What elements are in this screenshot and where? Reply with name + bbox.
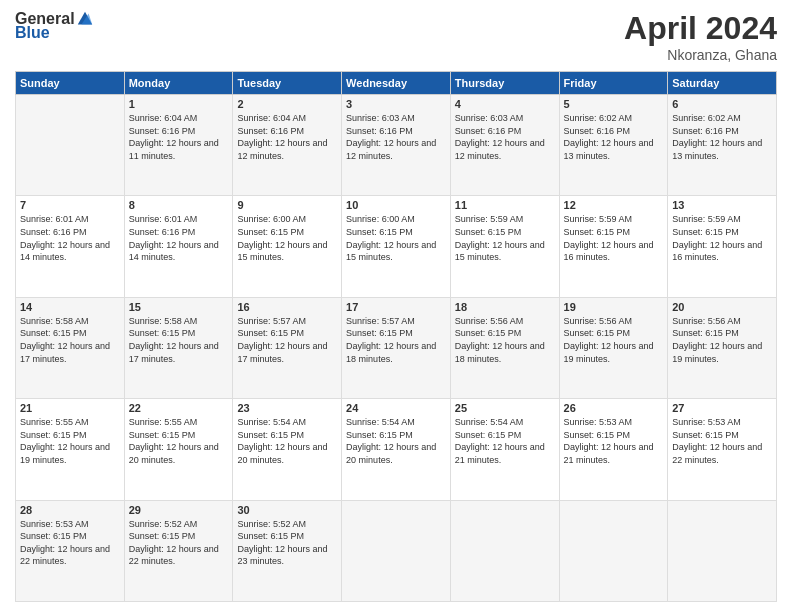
day-info: Sunrise: 6:00 AMSunset: 6:15 PMDaylight:… <box>346 213 446 263</box>
day-number: 27 <box>672 402 772 414</box>
calendar-table: SundayMondayTuesdayWednesdayThursdayFrid… <box>15 71 777 602</box>
calendar-cell: 6Sunrise: 6:02 AMSunset: 6:16 PMDaylight… <box>668 95 777 196</box>
day-number: 29 <box>129 504 229 516</box>
calendar-cell: 14Sunrise: 5:58 AMSunset: 6:15 PMDayligh… <box>16 297 125 398</box>
day-info: Sunrise: 5:56 AMSunset: 6:15 PMDaylight:… <box>672 315 772 365</box>
day-number: 1 <box>129 98 229 110</box>
day-number: 22 <box>129 402 229 414</box>
weekday-header-thursday: Thursday <box>450 72 559 95</box>
day-number: 10 <box>346 199 446 211</box>
weekday-header-wednesday: Wednesday <box>342 72 451 95</box>
day-number: 30 <box>237 504 337 516</box>
day-number: 6 <box>672 98 772 110</box>
day-info: Sunrise: 6:04 AMSunset: 6:16 PMDaylight:… <box>129 112 229 162</box>
day-info: Sunrise: 6:03 AMSunset: 6:16 PMDaylight:… <box>346 112 446 162</box>
day-number: 13 <box>672 199 772 211</box>
day-number: 7 <box>20 199 120 211</box>
day-number: 18 <box>455 301 555 313</box>
calendar-cell: 26Sunrise: 5:53 AMSunset: 6:15 PMDayligh… <box>559 399 668 500</box>
calendar-cell <box>559 500 668 601</box>
week-row-1: 1Sunrise: 6:04 AMSunset: 6:16 PMDaylight… <box>16 95 777 196</box>
day-number: 15 <box>129 301 229 313</box>
day-info: Sunrise: 6:01 AMSunset: 6:16 PMDaylight:… <box>129 213 229 263</box>
calendar-cell: 4Sunrise: 6:03 AMSunset: 6:16 PMDaylight… <box>450 95 559 196</box>
calendar-cell: 18Sunrise: 5:56 AMSunset: 6:15 PMDayligh… <box>450 297 559 398</box>
week-row-5: 28Sunrise: 5:53 AMSunset: 6:15 PMDayligh… <box>16 500 777 601</box>
day-info: Sunrise: 5:58 AMSunset: 6:15 PMDaylight:… <box>129 315 229 365</box>
weekday-header-sunday: Sunday <box>16 72 125 95</box>
calendar-cell: 3Sunrise: 6:03 AMSunset: 6:16 PMDaylight… <box>342 95 451 196</box>
day-number: 12 <box>564 199 664 211</box>
calendar-cell: 22Sunrise: 5:55 AMSunset: 6:15 PMDayligh… <box>124 399 233 500</box>
day-number: 5 <box>564 98 664 110</box>
week-row-3: 14Sunrise: 5:58 AMSunset: 6:15 PMDayligh… <box>16 297 777 398</box>
calendar-cell: 13Sunrise: 5:59 AMSunset: 6:15 PMDayligh… <box>668 196 777 297</box>
week-row-2: 7Sunrise: 6:01 AMSunset: 6:16 PMDaylight… <box>16 196 777 297</box>
calendar-cell: 16Sunrise: 5:57 AMSunset: 6:15 PMDayligh… <box>233 297 342 398</box>
calendar-cell: 19Sunrise: 5:56 AMSunset: 6:15 PMDayligh… <box>559 297 668 398</box>
day-number: 16 <box>237 301 337 313</box>
calendar-cell <box>16 95 125 196</box>
day-info: Sunrise: 5:52 AMSunset: 6:15 PMDaylight:… <box>129 518 229 568</box>
calendar-cell: 1Sunrise: 6:04 AMSunset: 6:16 PMDaylight… <box>124 95 233 196</box>
page: General Blue April 2024 Nkoranza, Ghana … <box>0 0 792 612</box>
day-number: 20 <box>672 301 772 313</box>
day-number: 19 <box>564 301 664 313</box>
day-info: Sunrise: 5:53 AMSunset: 6:15 PMDaylight:… <box>672 416 772 466</box>
weekday-header-monday: Monday <box>124 72 233 95</box>
day-info: Sunrise: 5:54 AMSunset: 6:15 PMDaylight:… <box>455 416 555 466</box>
calendar-cell: 9Sunrise: 6:00 AMSunset: 6:15 PMDaylight… <box>233 196 342 297</box>
day-number: 3 <box>346 98 446 110</box>
day-info: Sunrise: 5:54 AMSunset: 6:15 PMDaylight:… <box>346 416 446 466</box>
day-info: Sunrise: 5:56 AMSunset: 6:15 PMDaylight:… <box>564 315 664 365</box>
calendar-cell: 27Sunrise: 5:53 AMSunset: 6:15 PMDayligh… <box>668 399 777 500</box>
calendar-cell: 29Sunrise: 5:52 AMSunset: 6:15 PMDayligh… <box>124 500 233 601</box>
day-info: Sunrise: 6:00 AMSunset: 6:15 PMDaylight:… <box>237 213 337 263</box>
calendar-cell: 30Sunrise: 5:52 AMSunset: 6:15 PMDayligh… <box>233 500 342 601</box>
day-number: 17 <box>346 301 446 313</box>
day-info: Sunrise: 5:57 AMSunset: 6:15 PMDaylight:… <box>237 315 337 365</box>
day-number: 24 <box>346 402 446 414</box>
day-number: 8 <box>129 199 229 211</box>
calendar-cell: 15Sunrise: 5:58 AMSunset: 6:15 PMDayligh… <box>124 297 233 398</box>
header: General Blue April 2024 Nkoranza, Ghana <box>15 10 777 63</box>
weekday-header-row: SundayMondayTuesdayWednesdayThursdayFrid… <box>16 72 777 95</box>
day-info: Sunrise: 6:04 AMSunset: 6:16 PMDaylight:… <box>237 112 337 162</box>
day-number: 2 <box>237 98 337 110</box>
day-number: 14 <box>20 301 120 313</box>
calendar-cell: 2Sunrise: 6:04 AMSunset: 6:16 PMDaylight… <box>233 95 342 196</box>
day-number: 26 <box>564 402 664 414</box>
calendar-cell: 17Sunrise: 5:57 AMSunset: 6:15 PMDayligh… <box>342 297 451 398</box>
logo-icon <box>76 10 94 28</box>
day-number: 11 <box>455 199 555 211</box>
day-number: 9 <box>237 199 337 211</box>
calendar-cell: 10Sunrise: 6:00 AMSunset: 6:15 PMDayligh… <box>342 196 451 297</box>
day-number: 23 <box>237 402 337 414</box>
calendar-cell <box>668 500 777 601</box>
day-info: Sunrise: 5:56 AMSunset: 6:15 PMDaylight:… <box>455 315 555 365</box>
day-info: Sunrise: 5:58 AMSunset: 6:15 PMDaylight:… <box>20 315 120 365</box>
day-info: Sunrise: 5:53 AMSunset: 6:15 PMDaylight:… <box>20 518 120 568</box>
day-info: Sunrise: 5:55 AMSunset: 6:15 PMDaylight:… <box>20 416 120 466</box>
day-info: Sunrise: 5:59 AMSunset: 6:15 PMDaylight:… <box>564 213 664 263</box>
day-number: 25 <box>455 402 555 414</box>
logo-blue-text: Blue <box>15 24 50 42</box>
logo: General Blue <box>15 10 94 42</box>
calendar-cell: 20Sunrise: 5:56 AMSunset: 6:15 PMDayligh… <box>668 297 777 398</box>
calendar-cell: 28Sunrise: 5:53 AMSunset: 6:15 PMDayligh… <box>16 500 125 601</box>
calendar-cell: 24Sunrise: 5:54 AMSunset: 6:15 PMDayligh… <box>342 399 451 500</box>
weekday-header-saturday: Saturday <box>668 72 777 95</box>
calendar-cell: 21Sunrise: 5:55 AMSunset: 6:15 PMDayligh… <box>16 399 125 500</box>
calendar-cell <box>342 500 451 601</box>
day-info: Sunrise: 5:52 AMSunset: 6:15 PMDaylight:… <box>237 518 337 568</box>
day-info: Sunrise: 5:53 AMSunset: 6:15 PMDaylight:… <box>564 416 664 466</box>
day-info: Sunrise: 5:55 AMSunset: 6:15 PMDaylight:… <box>129 416 229 466</box>
day-info: Sunrise: 6:02 AMSunset: 6:16 PMDaylight:… <box>564 112 664 162</box>
week-row-4: 21Sunrise: 5:55 AMSunset: 6:15 PMDayligh… <box>16 399 777 500</box>
day-number: 4 <box>455 98 555 110</box>
day-info: Sunrise: 5:59 AMSunset: 6:15 PMDaylight:… <box>672 213 772 263</box>
calendar-cell: 8Sunrise: 6:01 AMSunset: 6:16 PMDaylight… <box>124 196 233 297</box>
calendar-cell: 7Sunrise: 6:01 AMSunset: 6:16 PMDaylight… <box>16 196 125 297</box>
calendar-cell <box>450 500 559 601</box>
day-info: Sunrise: 5:54 AMSunset: 6:15 PMDaylight:… <box>237 416 337 466</box>
